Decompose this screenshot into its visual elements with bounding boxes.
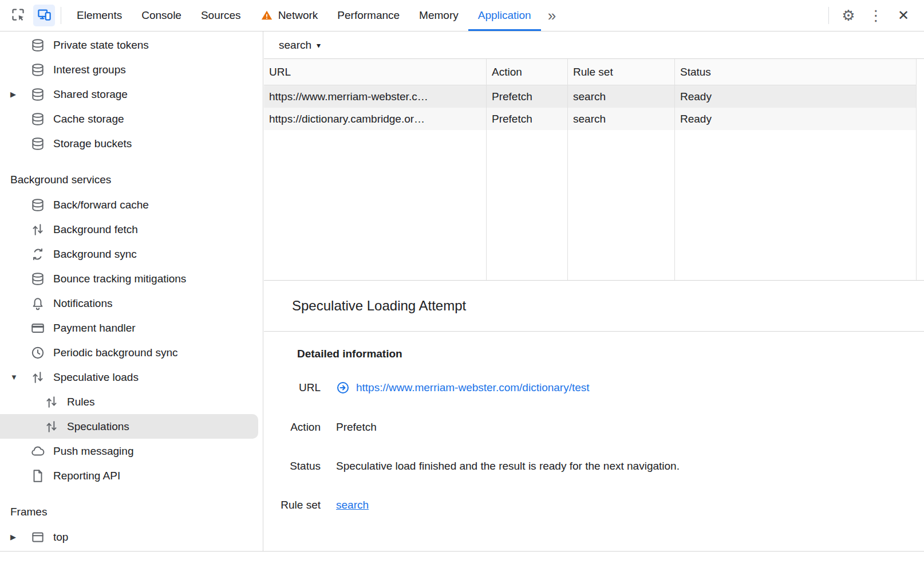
sidebar-item-label: Periodic background sync [53, 346, 178, 359]
detail-row-url: URL https://www.merriam-webster.com/dict… [264, 381, 924, 395]
tab-elements[interactable]: Elements [67, 0, 132, 31]
application-sidebar: Private state tokens Interest groups ▶ S… [0, 32, 263, 551]
bell-icon [30, 296, 45, 311]
speculations-table: URL Action Rule set Status https://www.m… [264, 59, 917, 280]
action-label: Action [264, 421, 321, 434]
more-tabs-icon[interactable]: » [541, 7, 563, 25]
frame-icon [30, 530, 45, 545]
sidebar-item-label: Notifications [53, 297, 113, 310]
table-row-cell-status[interactable]: Ready [674, 108, 916, 130]
column-header-status[interactable]: Status [674, 59, 916, 85]
twisty-collapsed-icon[interactable]: ▶ [10, 90, 30, 99]
table-row-cell-url[interactable]: https://www.merriam-webster.c… [264, 85, 486, 108]
sidebar-item-speculations[interactable]: Speculations [0, 414, 258, 439]
sidebar-item-back-forward-cache[interactable]: Back/forward cache [0, 192, 263, 217]
sidebar-item-background-sync[interactable]: Background sync [0, 242, 263, 266]
sidebar-item-top-frame[interactable]: ▶ top [0, 525, 263, 549]
sidebar-item-background-fetch[interactable]: Background fetch [0, 217, 263, 242]
swap-vertical-arrows-icon [44, 419, 59, 434]
toolbar-separator [828, 7, 829, 24]
twisty-collapsed-icon[interactable]: ▶ [10, 533, 30, 541]
swap-vertical-arrows-icon [30, 222, 45, 237]
tab-application[interactable]: Application [468, 0, 541, 31]
table-row-cell-action[interactable]: Prefetch [486, 85, 567, 108]
tab-network[interactable]: Network [251, 0, 328, 31]
table-row-cell-rule-set[interactable]: search [567, 85, 674, 108]
sidebar-item-rules[interactable]: Rules [0, 389, 263, 414]
sidebar-item-bounce-tracking-mitigations[interactable]: Bounce tracking mitigations [0, 266, 263, 291]
rule-set-link[interactable]: search [336, 499, 369, 511]
database-icon [30, 271, 45, 286]
sidebar-item-storage-buckets[interactable]: Storage buckets [0, 131, 263, 156]
inspect-element-button[interactable] [7, 5, 29, 26]
sidebar-item-shared-storage[interactable]: ▶ Shared storage [0, 82, 263, 107]
table-filler [567, 130, 674, 280]
sidebar-item-payment-handler[interactable]: Payment handler [0, 316, 263, 340]
device-toolbar-icon [37, 7, 52, 25]
database-icon [30, 87, 45, 102]
ruleset-filter-dropdown[interactable]: search [279, 39, 311, 52]
table-row-cell-rule-set[interactable]: search [567, 108, 674, 130]
toolbar-separator [61, 7, 61, 24]
twisty-expanded-icon[interactable]: ▼ [10, 373, 30, 381]
sidebar-item-label: Background sync [53, 248, 137, 261]
attempt-title: Speculative Loading Attempt [264, 280, 924, 332]
swap-vertical-arrows-icon [44, 395, 59, 410]
url-label: URL [264, 381, 321, 394]
sidebar-section-frames: Frames [0, 499, 263, 525]
sidebar-item-label: top [53, 531, 68, 544]
detailed-information-heading: Detailed information [297, 348, 924, 360]
sidebar-item-label: Back/forward cache [53, 199, 149, 211]
devtools-toolbar: Elements Console Sources Network Perform… [0, 0, 924, 32]
detail-row-action: Action Prefetch [264, 421, 924, 434]
column-header-url[interactable]: URL [264, 59, 486, 85]
attempt-details: Detailed information URL https://www.mer… [264, 332, 924, 511]
tab-memory[interactable]: Memory [409, 0, 468, 31]
sidebar-item-notifications[interactable]: Notifications [0, 291, 263, 316]
attempt-url-link[interactable]: https://www.merriam-webster.com/dictiona… [356, 381, 590, 394]
database-icon [30, 136, 45, 151]
rule-set-label: Rule set [264, 499, 321, 511]
credit-card-icon [30, 321, 45, 336]
status-value: Speculative load finished and the result… [336, 460, 924, 472]
sidebar-item-speculative-loads[interactable]: ▼ Speculative loads [0, 365, 263, 389]
column-header-action[interactable]: Action [486, 59, 567, 85]
sidebar-item-label: Speculations [67, 420, 129, 433]
sidebar-item-push-messaging[interactable]: Push messaging [0, 439, 263, 463]
sidebar-item-periodic-background-sync[interactable]: Periodic background sync [0, 340, 263, 365]
sidebar-item-interest-groups[interactable]: Interest groups [0, 57, 263, 82]
tab-sources[interactable]: Sources [191, 0, 251, 31]
sidebar-item-cache-storage[interactable]: Cache storage [0, 107, 263, 131]
sidebar-item-label: Interest groups [53, 64, 126, 76]
sidebar-item-private-state-tokens[interactable]: Private state tokens [0, 33, 263, 57]
close-icon[interactable]: ✕ [890, 7, 917, 23]
sync-arrows-icon [30, 247, 45, 262]
sidebar-item-label: Storage buckets [53, 137, 132, 150]
tab-performance[interactable]: Performance [327, 0, 409, 31]
swap-vertical-arrows-icon [30, 370, 45, 385]
settings-gear-icon[interactable]: ⚙ [835, 7, 862, 25]
database-icon [30, 198, 45, 212]
table-row-cell-url[interactable]: https://dictionary.cambridge.or… [264, 108, 486, 130]
database-icon [30, 62, 45, 77]
table-filler [674, 130, 916, 280]
sidebar-item-label: Rules [67, 396, 95, 408]
detail-row-status: Status Speculative load finished and the… [264, 460, 924, 472]
tab-console[interactable]: Console [132, 0, 191, 31]
table-row-cell-action[interactable]: Prefetch [486, 108, 567, 130]
speculations-panel: search ▾ URL Action Rule set Status http… [264, 32, 924, 551]
toolbar-right-icons: ⚙ ⋮ ✕ [823, 7, 924, 25]
column-header-rule-set[interactable]: Rule set [567, 59, 674, 85]
kebab-menu-icon[interactable]: ⋮ [862, 7, 890, 25]
document-icon [30, 468, 45, 483]
sidebar-item-label: Background fetch [53, 223, 138, 236]
table-filler [264, 130, 486, 280]
database-icon [30, 38, 45, 53]
detail-row-rule-set: Rule set search [264, 499, 924, 511]
table-row-cell-status[interactable]: Ready [674, 85, 916, 108]
chevron-down-icon[interactable]: ▾ [317, 41, 321, 50]
sidebar-item-reporting-api[interactable]: Reporting API [0, 463, 263, 488]
sidebar-section-background-services: Background services [0, 167, 263, 192]
reveal-icon[interactable] [336, 381, 350, 395]
toggle-device-toolbar-button[interactable] [33, 5, 55, 26]
